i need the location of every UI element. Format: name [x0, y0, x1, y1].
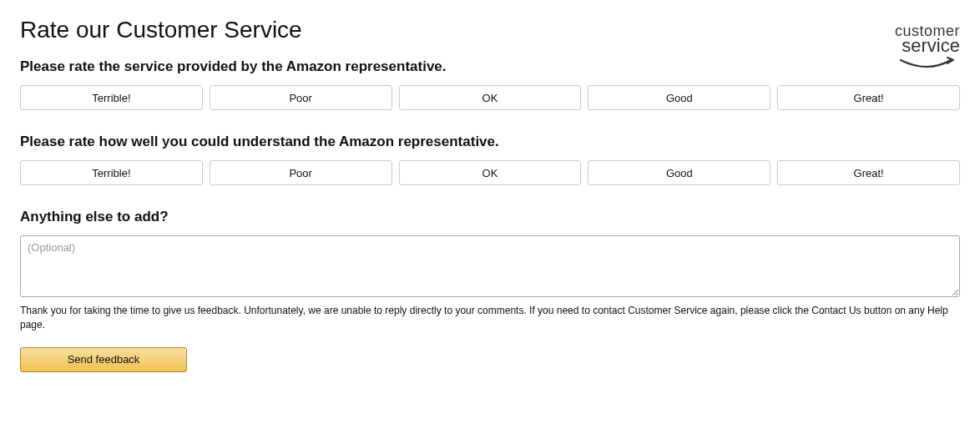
disclaimer-text: Thank you for taking the time to give us… [20, 304, 960, 332]
rating-ok-button[interactable]: OK [399, 85, 582, 110]
customer-service-logo: customer service [895, 17, 960, 74]
rating-poor-button[interactable]: Poor [210, 160, 392, 185]
page-title: Rate our Customer Service [20, 17, 447, 43]
send-feedback-button[interactable]: Send feedback [20, 347, 187, 372]
rating-great-button[interactable]: Great! [777, 85, 960, 110]
question2-label: Please rate how well you could understan… [20, 134, 960, 150]
rating-great-button[interactable]: Great! [777, 160, 960, 185]
rating-terrible-button[interactable]: Terrible! [20, 160, 203, 185]
logo-text-line2: service [895, 37, 960, 55]
comments-label: Anything else to add? [20, 209, 960, 225]
rating-good-button[interactable]: Good [588, 85, 770, 110]
rating-poor-button[interactable]: Poor [210, 85, 392, 110]
rating-terrible-button[interactable]: Terrible! [20, 85, 203, 110]
question1-label: Please rate the service provided by the … [20, 58, 447, 75]
rating-good-button[interactable]: Good [588, 160, 770, 185]
rating-ok-button[interactable]: OK [399, 160, 582, 185]
comments-textarea[interactable] [20, 235, 960, 297]
smile-swoosh-icon [895, 57, 960, 74]
question1-rating-row: Terrible! Poor OK Good Great! [20, 85, 960, 110]
question2-rating-row: Terrible! Poor OK Good Great! [20, 160, 960, 185]
